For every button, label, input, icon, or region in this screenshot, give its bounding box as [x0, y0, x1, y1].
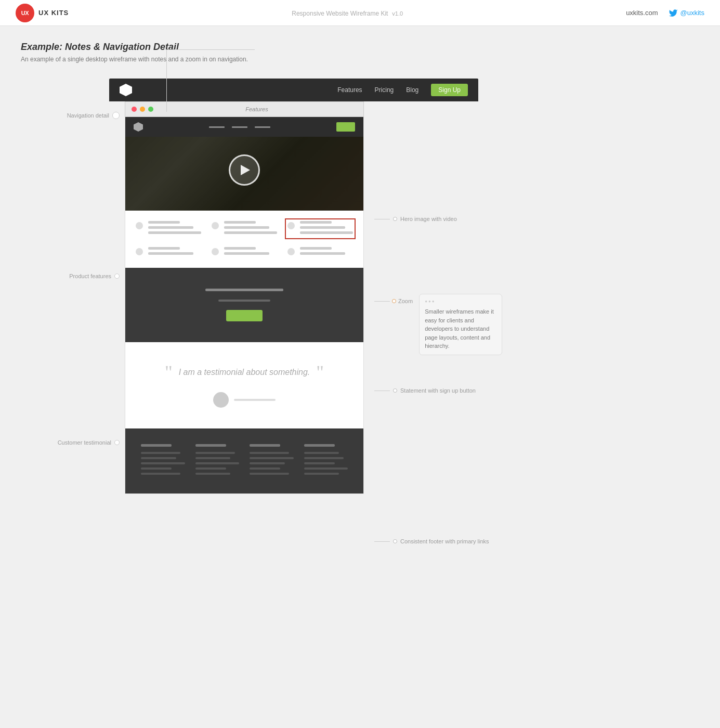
statement-annotation: Statement with sign up button — [374, 387, 476, 394]
feature-lines-4 — [148, 247, 201, 257]
hero-nav-line-3 — [255, 126, 270, 128]
features-section — [125, 211, 363, 268]
left-annotations: Navigation detail Product features Custo… — [21, 101, 125, 569]
browser-dot-green — [148, 107, 153, 112]
feature-icon-4 — [136, 248, 143, 255]
nav-link-features[interactable]: Features — [337, 86, 362, 94]
footer-col-2 — [195, 444, 240, 478]
feature-lines-6 — [300, 247, 353, 257]
testimonial-section: " I am a testimonial about something. " — [125, 342, 363, 428]
fl — [300, 231, 353, 234]
feature-item-1 — [136, 221, 201, 237]
close-quote-icon: " — [316, 363, 324, 382]
fbl — [304, 452, 339, 454]
fl — [148, 231, 201, 234]
fbl — [250, 457, 294, 459]
header-links: uxkits.com @uxkits — [626, 8, 704, 18]
browser-dot-yellow — [140, 107, 145, 112]
fbl — [195, 473, 231, 475]
feature-lines-3 — [300, 221, 353, 237]
zoom-bubble: Smaller wireframes make it easy for clie… — [419, 294, 502, 355]
fl — [224, 221, 256, 224]
ux-logo: UX — [16, 4, 34, 22]
wireframe-content: " I am a testimonial about something. " — [125, 117, 364, 494]
nav-link-pricing[interactable]: Pricing — [375, 86, 394, 94]
statement-annotation-text: Statement with sign up button — [400, 387, 476, 394]
footer-annotation: Consistent footer with primary links — [374, 538, 489, 544]
statement-line-1 — [205, 289, 283, 291]
fbl — [250, 462, 285, 464]
product-features-label: Product features — [69, 273, 111, 279]
fbl — [141, 473, 180, 475]
fl — [224, 252, 269, 255]
testimonial-author — [213, 392, 276, 408]
ann-line-3 — [374, 541, 390, 542]
fl — [148, 252, 193, 255]
zoom-dot — [392, 299, 396, 303]
author-avatar — [213, 392, 229, 408]
page-title: Example: Notes & Navigation Detail — [21, 42, 699, 53]
testimonial-text-row: " I am a testimonial about something. " — [165, 363, 324, 382]
twitter-icon — [669, 8, 678, 18]
nav-detail-label: Navigation detail — [67, 112, 120, 119]
footer-header-1 — [141, 444, 172, 447]
statement-cta-button[interactable] — [226, 310, 263, 321]
fbl — [141, 462, 185, 464]
hero-nav-line-2 — [232, 126, 247, 128]
fbl — [195, 462, 240, 464]
play-button[interactable] — [229, 154, 260, 186]
footer-header-3 — [250, 444, 280, 447]
main-layout: Navigation detail Product features Custo… — [21, 101, 699, 569]
feature-item-2 — [212, 221, 277, 237]
twitter-link[interactable]: @uxkits — [669, 8, 704, 18]
website-link[interactable]: uxkits.com — [626, 9, 658, 17]
footer-col-4 — [304, 444, 348, 478]
fbl — [141, 467, 172, 470]
feature-lines-2 — [224, 221, 277, 237]
ann-line-2 — [374, 391, 390, 391]
nav-link-blog[interactable]: Blog — [406, 86, 418, 94]
nav-signup-button[interactable]: Sign Up — [431, 84, 468, 96]
feature-icon-5 — [212, 248, 219, 255]
hero-annotation: Hero image with video — [374, 216, 457, 222]
customer-testimonial-label: Customer testimonial — [58, 439, 111, 446]
right-annotations: Hero image with video Zoom Smaller wiref… — [374, 101, 699, 569]
feature-item-5 — [212, 247, 277, 257]
nav-detail-vline — [166, 49, 167, 112]
logo-area: UX UX KITS — [16, 4, 69, 22]
feature-lines-1 — [148, 221, 201, 237]
fbl — [304, 457, 344, 459]
browser-window: Features — [125, 101, 364, 569]
ann-dot-3 — [393, 539, 397, 543]
statement-section — [125, 268, 363, 342]
zoom-label: Zoom — [398, 298, 413, 304]
browser-chrome: Features — [125, 101, 364, 117]
hero-nav-cta — [336, 122, 355, 132]
features-grid — [136, 221, 353, 257]
feature-icon-3 — [287, 222, 295, 229]
feature-icon-2 — [212, 222, 219, 229]
ann-line — [374, 219, 390, 219]
feature-item-4 — [136, 247, 201, 257]
fbl — [250, 467, 280, 470]
nav-hex-icon — [120, 84, 132, 96]
footer-header-4 — [304, 444, 335, 447]
fbl — [141, 452, 180, 454]
ann-dot-2 — [393, 388, 397, 393]
fbl — [304, 462, 335, 464]
wireframe-navbar: Features Pricing Blog Sign Up — [109, 79, 478, 101]
hero-inner-nav — [125, 117, 363, 137]
footer-header-2 — [195, 444, 226, 447]
zoom-line — [374, 301, 390, 302]
hero-nav-hex — [134, 122, 143, 132]
hero-nav-line-1 — [209, 126, 225, 128]
fl — [224, 226, 269, 229]
hero-annotation-text: Hero image with video — [400, 216, 457, 222]
nav-detail-hline — [166, 49, 255, 50]
zoom-line-area: Zoom — [374, 298, 416, 304]
browser-dot-red — [132, 107, 137, 112]
fl — [148, 221, 180, 224]
fbl — [250, 473, 289, 475]
fbl — [195, 457, 231, 459]
feature-item-3 — [287, 221, 353, 237]
